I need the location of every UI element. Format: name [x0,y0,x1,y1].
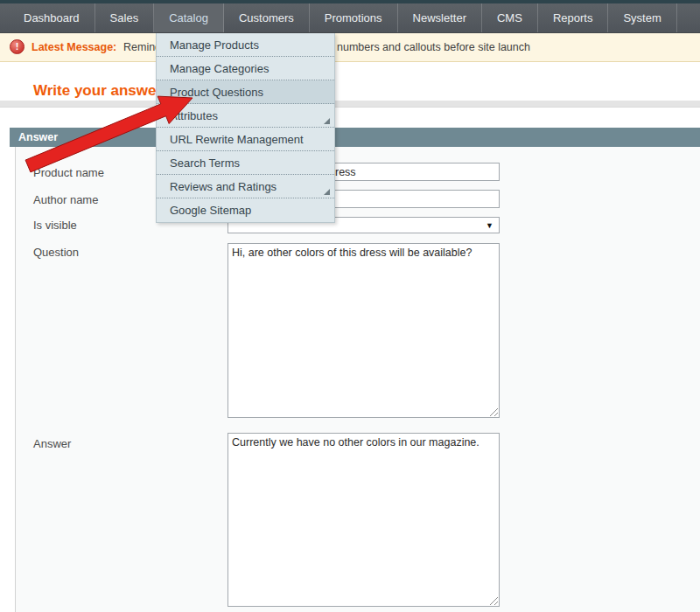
menu-item-manage-products[interactable]: Manage Products [157,33,334,57]
nav-item-sales[interactable]: Sales [95,3,155,32]
nav-item-customers[interactable]: Customers [224,3,310,32]
menu-item-label: Manage Categories [170,62,269,75]
is-visible-label: Is visible [33,219,77,232]
menu-item-label: URL Rewrite Management [170,133,304,146]
catalog-dropdown-menu: Manage Products Manage Categories Produc… [156,33,335,223]
menu-item-label: Attributes [170,109,218,122]
menu-item-attributes[interactable]: Attributes [157,104,334,128]
toolbar-divider [0,101,700,108]
menu-item-product-questions[interactable]: Product Questions [157,80,334,104]
menu-item-label: Search Terms [170,156,240,170]
answer-label: Answer [33,437,71,450]
latest-message-label: Latest Message: [32,41,116,53]
answer-textarea[interactable]: Currently we have no other colors in our… [228,433,500,607]
latest-message-text-right: numbers and callouts before site launch [337,41,530,53]
answer-section-header: Answer [10,128,700,147]
menu-item-url-rewrite-management[interactable]: URL Rewrite Management [157,128,334,151]
menu-item-search-terms[interactable]: Search Terms [157,151,334,175]
menu-item-reviews-and-ratings[interactable]: Reviews and Ratings [157,175,334,198]
latest-message-bar: ! Latest Message: Remind numbers and cal… [0,33,700,62]
submenu-arrow-icon [324,118,330,124]
answer-section-title: Answer [18,131,58,143]
menu-item-label: Product Questions [170,86,263,99]
nav-item-newsletter[interactable]: Newsletter [398,3,482,32]
menu-item-manage-categories[interactable]: Manage Categories [157,57,334,80]
product-name-label: Product name [33,166,104,179]
main-navbar: Dashboard Sales Catalog Customers Promot… [0,3,700,33]
question-label: Question [33,246,79,259]
nav-item-dashboard[interactable]: Dashboard [9,3,95,32]
nav-item-reports[interactable]: Reports [538,3,609,32]
chevron-down-icon: ▼ [486,220,494,231]
nav-item-promotions[interactable]: Promotions [310,3,398,32]
alert-icon: ! [10,39,24,54]
menu-item-label: Reviews and Ratings [170,180,276,193]
menu-item-google-sitemap[interactable]: Google Sitemap [157,198,334,222]
question-textarea[interactable]: Hi, are other colors of this dress will … [228,243,500,418]
menu-item-label: Google Sitemap [170,204,251,217]
menu-item-label: Manage Products [170,38,259,52]
page-title: Write your answer [33,82,162,100]
nav-item-system[interactable]: System [608,3,676,32]
resize-grip-icon[interactable] [488,407,498,416]
submenu-arrow-icon [324,189,330,195]
nav-item-catalog[interactable]: Catalog [154,3,224,32]
nav-item-cms[interactable]: CMS [482,3,538,32]
author-name-label: Author name [33,193,98,206]
resize-grip-icon[interactable] [488,595,498,605]
